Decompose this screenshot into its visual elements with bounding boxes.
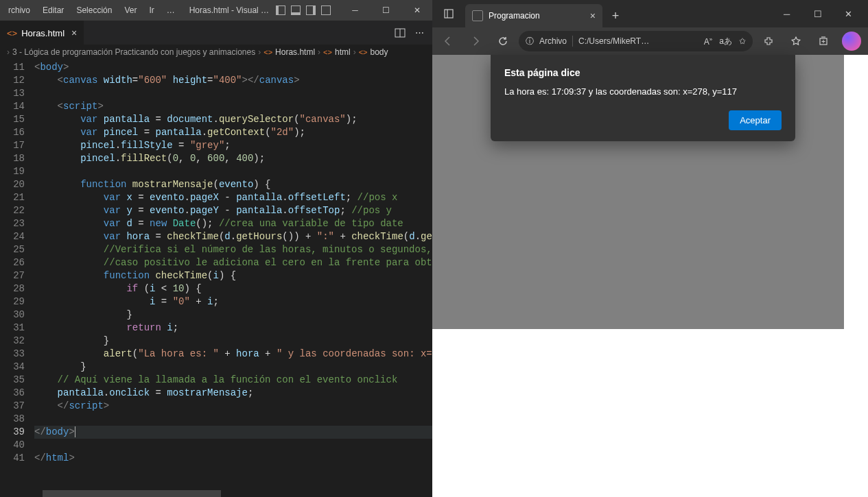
- breadcrumb[interactable]: › 3 - Lógica de programación Practicando…: [0, 45, 432, 60]
- chevron-right-icon: ›: [258, 47, 261, 57]
- menu-item[interactable]: Editar: [37, 3, 69, 18]
- browser-tab-title: Programacion: [489, 11, 540, 21]
- layout-left-icon[interactable]: [276, 5, 285, 15]
- maximize-button[interactable]: ☐: [371, 0, 401, 21]
- minimize-button[interactable]: ─: [340, 0, 371, 21]
- breadcrumb-body[interactable]: body: [370, 47, 388, 57]
- split-editor-icon[interactable]: [395, 27, 406, 38]
- divider: [572, 36, 573, 47]
- browser-toolbar: ⓘ Archivo C:/Users/MikeRT… A» aあ ✩: [432, 27, 868, 55]
- tag-icon: <>: [323, 48, 332, 56]
- addr-scheme: Archivo: [539, 36, 567, 46]
- tab-close-icon[interactable]: ×: [71, 27, 77, 38]
- breadcrumb-html[interactable]: html: [335, 47, 351, 57]
- menu-item[interactable]: rchivo: [3, 3, 36, 18]
- minimize-button[interactable]: ─: [771, 0, 802, 27]
- addr-path: C:/Users/MikeRT…: [578, 36, 649, 46]
- layout-right-icon[interactable]: [306, 5, 316, 15]
- browser-viewport: Esta página dice La hora es: 17:09:37 y …: [432, 55, 868, 497]
- dialog-buttons: Aceptar: [504, 110, 782, 130]
- vscode-window-controls: ─ ☐ ✕: [340, 0, 432, 21]
- dialog-title: Esta página dice: [504, 67, 782, 78]
- browser-tab[interactable]: Programacion ×: [465, 4, 602, 27]
- scrollbar-thumb[interactable]: [43, 490, 221, 497]
- chevron-right-icon: ›: [318, 47, 320, 57]
- profile-avatar[interactable]: [842, 32, 861, 51]
- dialog-message: La hora es: 17:09:37 y las coordenadas s…: [504, 86, 782, 97]
- menu-item[interactable]: …: [161, 3, 180, 18]
- breadcrumb-folder[interactable]: 3 - Lógica de programación Practicando c…: [12, 47, 255, 57]
- chevron-right-icon: ›: [7, 47, 10, 57]
- vscode-tabs: <> Horas.html × ⋯: [0, 21, 432, 45]
- close-button[interactable]: ✕: [401, 0, 432, 21]
- close-button[interactable]: ✕: [833, 0, 864, 27]
- tab-label: Horas.html: [21, 28, 64, 38]
- favorite-icon[interactable]: ✩: [739, 36, 746, 46]
- browser-window: Programacion × + ─ ☐ ✕ ⓘ Archivo C:/User…: [432, 0, 868, 497]
- code-editor[interactable]: 1112131415161718192021222324252627282930…: [0, 60, 432, 490]
- layout-icons[interactable]: [276, 5, 331, 15]
- browser-window-controls: ─ ☐ ✕: [771, 0, 864, 27]
- refresh-button[interactable]: [491, 30, 515, 52]
- maximize-button[interactable]: ☐: [802, 0, 833, 27]
- chevron-right-icon: ›: [353, 47, 356, 57]
- menu-item[interactable]: Ver: [119, 3, 142, 18]
- alert-dialog: Esta página dice La hora es: 17:09:37 y …: [491, 55, 795, 141]
- editor-tab-horas[interactable]: <> Horas.html ×: [0, 21, 84, 45]
- extensions-button[interactable]: [757, 30, 780, 52]
- horizontal-scrollbar[interactable]: [0, 490, 432, 497]
- svg-rect-2: [445, 10, 453, 18]
- tag-icon: <>: [359, 48, 368, 56]
- vscode-titlebar: rchivoEditarSelecciónVerIr… Horas.html -…: [0, 0, 432, 21]
- info-icon[interactable]: ⓘ: [526, 36, 534, 47]
- vscode-window: rchivoEditarSelecciónVerIr… Horas.html -…: [0, 0, 432, 497]
- dialog-accept-button[interactable]: Aceptar: [729, 110, 782, 130]
- breadcrumb-file[interactable]: Horas.html: [275, 47, 315, 57]
- layout-bottom-icon[interactable]: [291, 5, 301, 15]
- html-file-icon: <>: [263, 48, 272, 56]
- vscode-window-title: Horas.html - Visual …: [180, 5, 340, 15]
- layout-grid-icon[interactable]: [321, 5, 331, 15]
- html-file-icon: <>: [7, 28, 17, 38]
- browser-tabbar: Programacion × + ─ ☐ ✕: [432, 0, 868, 27]
- code-content[interactable]: <body> <canvas width="600" height="400">…: [34, 60, 432, 490]
- tab-actions: ⋯: [395, 27, 432, 38]
- more-actions-icon[interactable]: ⋯: [415, 27, 424, 38]
- page-favicon: [472, 10, 483, 21]
- read-aloud-icon[interactable]: A»: [704, 36, 712, 47]
- new-tab-button[interactable]: +: [605, 5, 626, 26]
- tab-close-icon[interactable]: ×: [590, 10, 596, 21]
- addr-actions: A» aあ ✩: [704, 36, 746, 47]
- menu-item[interactable]: Ir: [143, 3, 159, 18]
- vscode-menu: rchivoEditarSelecciónVerIr…: [0, 3, 180, 18]
- address-bar[interactable]: ⓘ Archivo C:/Users/MikeRT… A» aあ ✩: [519, 31, 753, 51]
- translate-icon[interactable]: aあ: [719, 36, 732, 47]
- menu-item[interactable]: Selección: [71, 3, 117, 18]
- back-button[interactable]: [436, 30, 460, 52]
- favorites-button[interactable]: [784, 30, 808, 52]
- forward-button[interactable]: [464, 30, 487, 52]
- collections-button[interactable]: [812, 30, 835, 52]
- tab-actions-button[interactable]: [436, 1, 461, 26]
- line-gutter: 1112131415161718192021222324252627282930…: [0, 60, 34, 490]
- title-text: Horas.html - Visual …: [189, 5, 269, 15]
